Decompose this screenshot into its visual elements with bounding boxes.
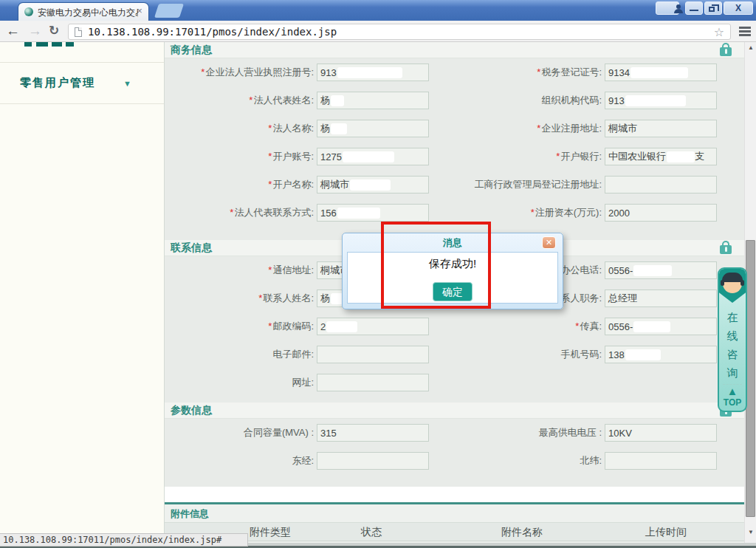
ok-button[interactable]: 确定 <box>433 282 472 301</box>
back-to-top-label[interactable]: TOP <box>719 397 746 408</box>
lock-icon <box>720 245 732 254</box>
close-icon: ✕ <box>546 238 552 247</box>
redaction-blob <box>630 67 688 78</box>
text-input[interactable]: 桐城市 <box>317 176 429 193</box>
required-marker: * <box>268 264 272 275</box>
column-header: 状态 <box>361 526 382 539</box>
online-consult-char: 在 <box>719 308 746 326</box>
field-label: *法人名称: <box>165 122 314 135</box>
tab-close-icon[interactable]: × <box>134 6 145 16</box>
scroll-down-icon[interactable]: ▼ <box>745 527 756 538</box>
redaction-blob <box>350 179 391 191</box>
field-label: *税务登记证号: <box>435 66 602 79</box>
text-input[interactable] <box>317 452 429 470</box>
section-title: 商务信息 <box>171 44 212 57</box>
online-consult-widget[interactable]: 在线咨询 ▲ TOP <box>718 267 747 412</box>
forward-icon[interactable]: → <box>28 21 42 41</box>
scroll-up-icon[interactable]: ▲ <box>745 42 756 54</box>
redaction-blob <box>337 208 380 219</box>
field-label: *通信地址: <box>165 264 314 277</box>
column-header: 附件类型 <box>250 526 291 539</box>
field-label: *联系人姓名: <box>165 292 314 305</box>
text-input[interactable]: 913 <box>317 64 429 81</box>
sidebar-item-retail-user-management[interactable]: 零售用户管理 ▼ <box>0 63 164 103</box>
required-marker: * <box>537 123 540 134</box>
form-section: 参数信息合同容量(MVA) :315最高供电电压 :10KV东经:北纬: <box>165 403 745 475</box>
field-label: *企业法人营业执照注册号: <box>165 66 314 79</box>
attachments-table-header: 附件类型 状态 附件名称 上传时间 <box>165 522 745 541</box>
text-input[interactable]: 总经理 <box>605 290 717 307</box>
text-input[interactable]: 0556- <box>605 318 717 335</box>
section-title: 附件信息 <box>171 507 209 521</box>
field-label: 电子邮件: <box>165 348 314 361</box>
text-input[interactable]: 0556- <box>605 261 717 279</box>
chevron-down-icon: ▼ <box>123 79 131 88</box>
dialog-close-button[interactable]: ✕ <box>542 236 556 249</box>
redaction-blob <box>633 265 672 276</box>
browser-toolbar: ← → ↻ 10.138.108.99:17011/pmos/index/ind… <box>0 21 756 42</box>
minimize-icon <box>690 10 698 11</box>
text-input[interactable]: 138 <box>605 346 717 363</box>
required-marker: * <box>268 123 272 134</box>
browser-window: 安徽电力交易中心电力交易 × X ← → ↻ 10.138.108.99:170… <box>0 0 756 548</box>
url-text[interactable]: 10.138.108.99:17011/pmos/index/index.jsp <box>88 26 337 38</box>
refresh-icon[interactable]: ↻ <box>49 21 59 41</box>
browser-tab[interactable]: 安徽电力交易中心电力交易 × <box>18 2 149 21</box>
text-input[interactable]: 1275 <box>317 148 429 165</box>
field-label: 手机号码: <box>435 348 602 361</box>
field-label: 组织机构代码: <box>435 94 602 107</box>
text-input[interactable] <box>317 346 429 363</box>
text-input[interactable]: 2000 <box>605 204 717 222</box>
dialog-message: 保存成功! <box>348 257 557 271</box>
field-label: 网址: <box>165 376 314 389</box>
redaction-blob <box>625 349 661 360</box>
text-input[interactable] <box>605 452 717 470</box>
text-input[interactable]: 杨 <box>317 120 429 137</box>
redaction-blob <box>625 95 686 106</box>
text-input[interactable]: 桐城市 <box>605 120 717 137</box>
online-consult-char: 线 <box>719 326 746 345</box>
redaction-blob <box>343 151 394 162</box>
required-marker: * <box>230 207 233 218</box>
address-bar[interactable]: 10.138.108.99:17011/pmos/index/index.jsp… <box>68 24 731 40</box>
field-label: *开户名称: <box>165 178 314 191</box>
required-marker: * <box>537 66 540 78</box>
text-input[interactable] <box>317 374 429 391</box>
browser-menu-icon[interactable] <box>739 27 751 36</box>
field-label: *邮政编码: <box>165 320 314 333</box>
text-input[interactable] <box>605 176 717 193</box>
field-label: *法人代表姓名: <box>165 94 314 107</box>
maximize-icon <box>709 7 715 12</box>
browser-titlebar: 安徽电力交易中心电力交易 × X <box>0 0 756 21</box>
redaction-blob <box>667 151 695 162</box>
field-label: 北纬: <box>435 454 602 467</box>
back-to-top-arrow-icon[interactable]: ▲ <box>719 386 746 397</box>
attachments-section: 附件信息 附件类型 状态 附件名称 上传时间 <box>165 504 745 546</box>
text-input[interactable]: 315 <box>317 424 429 442</box>
redaction-blob <box>633 321 670 332</box>
section-title: 联系信息 <box>171 242 212 255</box>
bookmark-star-icon[interactable]: ☆ <box>714 25 724 39</box>
customer-service-avatar <box>723 274 742 293</box>
back-icon[interactable]: ← <box>6 21 20 41</box>
text-input[interactable]: 中国农业银行支 <box>605 148 717 165</box>
lock-icon <box>720 47 732 56</box>
page-doc-icon <box>75 27 82 37</box>
field-label: *传真: <box>435 320 602 333</box>
text-input[interactable]: 2 <box>317 318 429 335</box>
minimize-button[interactable] <box>685 1 703 15</box>
field-label: *企业注册地址: <box>435 122 602 135</box>
message-dialog: 消息 ✕ 保存成功! 确定 <box>342 233 563 309</box>
window-close-button[interactable]: X <box>724 1 753 15</box>
new-tab-button[interactable] <box>154 4 184 18</box>
text-input[interactable]: 9134 <box>605 64 717 81</box>
text-input[interactable]: 杨 <box>317 92 429 109</box>
site-favicon-icon <box>24 7 33 16</box>
dialog-title: 消息 <box>343 236 563 250</box>
profile-button[interactable] <box>656 1 679 15</box>
text-input[interactable]: 156 <box>317 204 429 222</box>
maximize-button[interactable] <box>704 1 722 15</box>
text-input[interactable]: 913 <box>605 92 717 109</box>
text-input[interactable]: 10KV <box>605 424 717 442</box>
field-label: 工商行政管理局登记注册地址: <box>435 178 602 191</box>
